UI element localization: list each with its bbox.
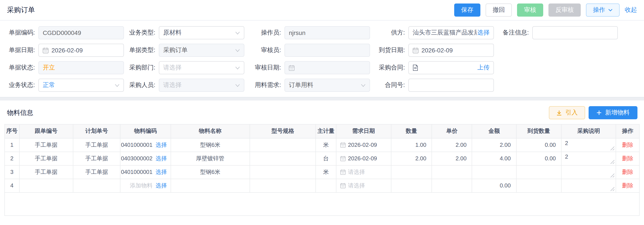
resize-grip-icon[interactable] — [610, 173, 614, 177]
note-value: 2 — [565, 140, 568, 146]
cell-plan-no: 手工单据 — [73, 165, 120, 179]
cell-spec — [250, 152, 316, 165]
demand-date-picker[interactable]: 2026-02-09 — [336, 142, 391, 148]
demand-date-value: 2026-02-09 — [348, 142, 377, 148]
col-code: 物料编码 — [120, 125, 170, 138]
cell-code: 0401000001 选择 — [120, 165, 170, 179]
purchase-note-textarea[interactable] — [562, 165, 616, 178]
form-row: 业务状态: 正常 采购人员: 请选择 — [7, 79, 637, 92]
cell-follow-no: 手工单据 — [19, 138, 73, 152]
add-material-button[interactable]: 新增物料 — [588, 106, 638, 119]
doc-status-input: 开立 — [38, 61, 124, 74]
note-value: 2 — [565, 153, 568, 160]
audit-button: 审核 — [517, 4, 543, 17]
select-material-link[interactable]: 选择 — [156, 168, 167, 176]
save-button[interactable]: 保存 — [454, 4, 480, 17]
col-qty: 数量 — [391, 125, 432, 138]
col-spec: 型号规格 — [250, 125, 316, 138]
arrival-date-picker[interactable]: 2026-02-09 — [408, 44, 494, 57]
collapse-link[interactable]: 收起 — [625, 6, 637, 14]
order-header-card: 采购订单 保存 撤回 审核 反审核 操作 收起 单据编码: — [0, 0, 644, 97]
form-row: 单据状态: 开立 采购部门: 请选择 审核日期: — [7, 61, 637, 74]
field-biz-status: 业务状态: 正常 — [7, 79, 128, 92]
cell-qty: 1.00 — [391, 138, 432, 152]
field-doc-date: 单据日期: 2026-02-09 — [7, 44, 128, 57]
cell-name: 型钢6米 — [170, 165, 250, 179]
cell-plan-no — [73, 179, 120, 192]
cell-seq: 1 — [5, 138, 19, 152]
cell-plan-no: 手工单据 — [73, 138, 120, 152]
contract-no-input[interactable] — [408, 79, 494, 92]
purchase-staff-label: 采购人员: — [128, 81, 159, 89]
field-material-demand: 用料需求: 订单用料 — [253, 79, 377, 92]
delete-row-link[interactable]: 删除 — [616, 181, 639, 189]
cell-seq: 2 — [5, 152, 19, 165]
delete-row-link[interactable]: 删除 — [616, 141, 639, 149]
chevron-down-icon — [115, 84, 120, 87]
withdraw-button[interactable]: 撤回 — [486, 4, 512, 17]
field-biz-type: 业务类型: 原材料 — [128, 26, 253, 39]
supplier-input[interactable]: 汕头市三辰蓝猫产品发展 选择 — [408, 26, 494, 39]
cell-follow-no — [19, 179, 73, 192]
cell-spec — [250, 165, 316, 179]
cell-unit: 台 — [316, 152, 336, 165]
import-button[interactable]: 引入 — [549, 106, 585, 119]
biz-status-select[interactable]: 正常 — [38, 79, 124, 92]
purchase-dept-placeholder: 请选择 — [163, 64, 235, 72]
purchase-note-textarea[interactable]: 2 — [562, 152, 616, 165]
doc-status-value: 开立 — [43, 64, 120, 72]
purchase-contract-box: 上传 — [408, 61, 494, 74]
cell-arrived-qty: 0.00 — [516, 152, 561, 165]
cell-demand-date: 2026-02-09 — [336, 152, 391, 165]
select-material-link[interactable]: 选择 — [156, 154, 167, 162]
materials-buttons: 引入 新增物料 — [549, 106, 638, 119]
field-remark: 备注信息: — [501, 26, 637, 39]
delete-row-link[interactable]: 删除 — [616, 154, 639, 162]
purchase-note-textarea[interactable]: 2 — [562, 138, 616, 151]
purchase-dept-select[interactable]: 请选择 — [159, 61, 244, 74]
plus-icon — [596, 110, 602, 115]
audit-date-picker — [284, 61, 370, 74]
materials-card: 物料信息 引入 新增物料 — [0, 100, 644, 217]
demand-date-picker[interactable]: 请选择 — [336, 181, 391, 189]
resize-grip-icon[interactable] — [610, 146, 614, 150]
col-arrived-qty: 到货数量 — [516, 125, 561, 138]
doc-date-picker[interactable]: 2026-02-09 — [38, 44, 124, 57]
cell-note — [561, 165, 616, 179]
col-note: 采购说明 — [561, 125, 616, 138]
actions-dropdown-button[interactable]: 操作 — [586, 4, 620, 17]
calendar-icon — [43, 47, 48, 53]
cell-name — [170, 179, 250, 192]
field-purchase-dept: 采购部门: 请选择 — [128, 61, 253, 74]
cell-price — [432, 165, 472, 179]
purchase-note-textarea[interactable] — [562, 179, 616, 192]
select-material-link[interactable]: 选择 — [156, 141, 167, 149]
demand-date-picker[interactable]: 2026-02-09 — [336, 155, 391, 162]
delete-row-link[interactable]: 删除 — [616, 168, 639, 176]
import-label: 引入 — [566, 109, 578, 117]
purchase-staff-placeholder: 请选择 — [163, 81, 235, 89]
resize-grip-icon[interactable] — [610, 187, 614, 191]
remark-label: 备注信息: — [501, 29, 532, 37]
cell-follow-no: 手工单据 — [19, 152, 73, 165]
supplier-select-link[interactable]: 选择 — [477, 29, 490, 37]
col-plan-no: 计划单号 — [73, 125, 120, 138]
cell-qty — [391, 179, 432, 192]
doc-type-label: 单据类型: — [128, 46, 159, 54]
field-operator: 操作员: njrsun — [253, 26, 377, 39]
select-material-link[interactable]: 选择 — [156, 181, 167, 189]
upload-contract-link[interactable]: 上传 — [477, 64, 490, 72]
biz-type-select[interactable]: 原材料 — [159, 26, 244, 39]
actions-label: 操作 — [593, 6, 605, 14]
resize-grip-icon[interactable] — [610, 160, 614, 164]
remark-input[interactable] — [532, 26, 618, 39]
form-row: 单据编码: CGDD000049 业务类型: 原材料 操作员: — [7, 26, 637, 39]
cell-unit: 米 — [316, 138, 336, 152]
demand-date-picker[interactable]: 请选择 — [336, 168, 391, 176]
col-name: 物料名称 — [170, 125, 250, 138]
cell-spec — [250, 179, 316, 192]
cell-arrived-qty — [516, 165, 561, 179]
purchase-order-page: 采购订单 保存 撤回 审核 反审核 操作 收起 单据编码: — [0, 0, 644, 225]
cell-arrived-qty — [516, 179, 561, 192]
cell-operation: 删除 — [616, 152, 639, 165]
